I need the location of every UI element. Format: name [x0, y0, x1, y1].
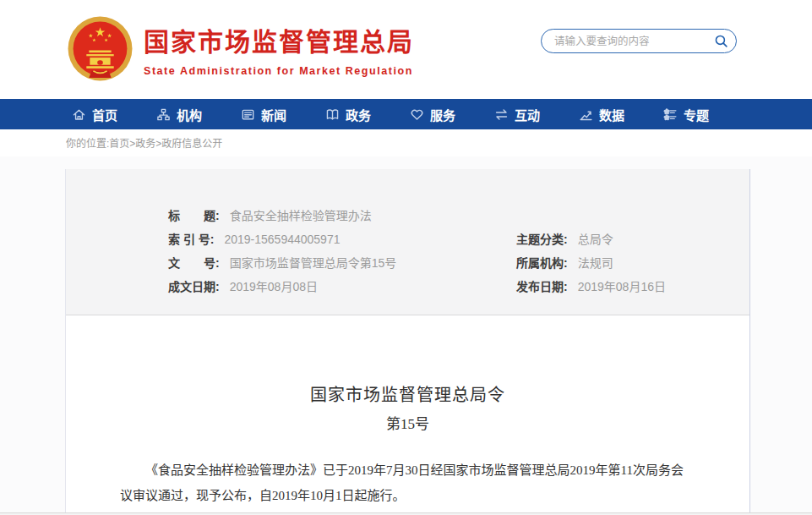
meta-value: 国家市场监督管理总局令第15号 [230, 251, 397, 275]
main-nav: 首页 机构 新闻 政务 服务 互动 [0, 99, 812, 129]
content-column: 标 题: 食品安全抽样检验管理办法 索 引 号: 2019-1565944005… [65, 169, 750, 512]
interact-icon [494, 107, 509, 122]
main-zone: 标 题: 食品安全抽样检验管理办法 索 引 号: 2019-1565944005… [0, 156, 812, 512]
topics-icon [663, 107, 678, 122]
nav-item-home[interactable]: 首页 [72, 99, 156, 129]
search-button[interactable] [707, 30, 736, 52]
meta-value: 食品安全抽样检验管理办法 [230, 204, 372, 227]
site-title: 国家市场监督管理总局 [144, 21, 414, 58]
meta-value: 2019年08月16日 [578, 275, 666, 299]
meta-label: 文 号: [168, 251, 220, 275]
nav-item-data[interactable]: 数据 [579, 99, 663, 129]
meta-row-dates: 成文日期: 2019年08月08日 发布日期: 2019年08月16日 [66, 275, 749, 299]
meta-label: 主题分类: [516, 227, 568, 251]
nav-label: 服务 [430, 106, 455, 123]
site-header: 国家市场监督管理总局 State Administration for Mark… [0, 0, 812, 99]
nav-label: 机构 [177, 106, 202, 123]
site-brand[interactable]: 国家市场监督管理总局 State Administration for Mark… [144, 21, 414, 77]
service-icon [410, 107, 424, 122]
search-input[interactable] [554, 36, 707, 47]
nav-item-topics[interactable]: 专题 [663, 99, 748, 129]
nav-label: 互动 [515, 106, 540, 123]
nav-label: 首页 [92, 106, 117, 123]
meta-label: 索 引 号: [168, 227, 214, 251]
national-emblem-logo[interactable] [66, 14, 134, 83]
document-number: 第15号 [66, 412, 749, 433]
meta-row-docnumber: 文 号: 国家市场监督管理总局令第15号 所属机构: 法规司 [66, 251, 749, 275]
meta-value: 2019年08月08日 [230, 275, 318, 299]
meta-value: 总局令 [578, 227, 613, 251]
nav-item-gov[interactable]: 政务 [325, 99, 410, 129]
nav-label: 新闻 [261, 106, 286, 123]
meta-row-title: 标 题: 食品安全抽样检验管理办法 [66, 204, 749, 227]
home-icon [72, 107, 86, 122]
meta-value: 2019-1565944005971 [224, 227, 340, 251]
search-box [541, 29, 737, 53]
data-icon [579, 107, 593, 122]
site-subtitle: State Administration for Market Regulati… [144, 65, 414, 77]
nav-item-org[interactable]: 机构 [156, 99, 241, 129]
nav-item-service[interactable]: 服务 [410, 99, 494, 129]
meta-row-index: 索 引 号: 2019-1565944005971 主题分类: 总局令 [66, 227, 749, 251]
document-title: 国家市场监督管理总局令 [66, 381, 749, 406]
nav-item-interact[interactable]: 互动 [494, 99, 579, 129]
meta-label: 成文日期: [168, 275, 220, 299]
news-icon [241, 107, 255, 122]
nav-label: 数据 [599, 106, 624, 123]
document-body: 国家市场监督管理总局令 第15号 《食品安全抽样检验管理办法》已于2019年7月… [66, 315, 749, 508]
meta-label: 发布日期: [516, 275, 568, 299]
meta-label: 所属机构: [516, 251, 568, 275]
search-icon [714, 34, 729, 49]
breadcrumb[interactable]: 你的位置:首页>政务>政府信息公开 [0, 129, 812, 156]
document-meta-box: 标 题: 食品安全抽样检验管理办法 索 引 号: 2019-1565944005… [66, 169, 749, 315]
gov-icon [325, 107, 340, 122]
document-paragraph: 《食品安全抽样检验管理办法》已于2019年7月30日经国家市场监督管理总局201… [66, 457, 749, 508]
nav-label: 政务 [346, 106, 371, 123]
nav-item-news[interactable]: 新闻 [241, 99, 325, 129]
meta-value: 法规司 [578, 251, 613, 275]
meta-label: 标 题: [168, 204, 220, 227]
org-icon [156, 107, 171, 122]
nav-label: 专题 [684, 106, 709, 123]
